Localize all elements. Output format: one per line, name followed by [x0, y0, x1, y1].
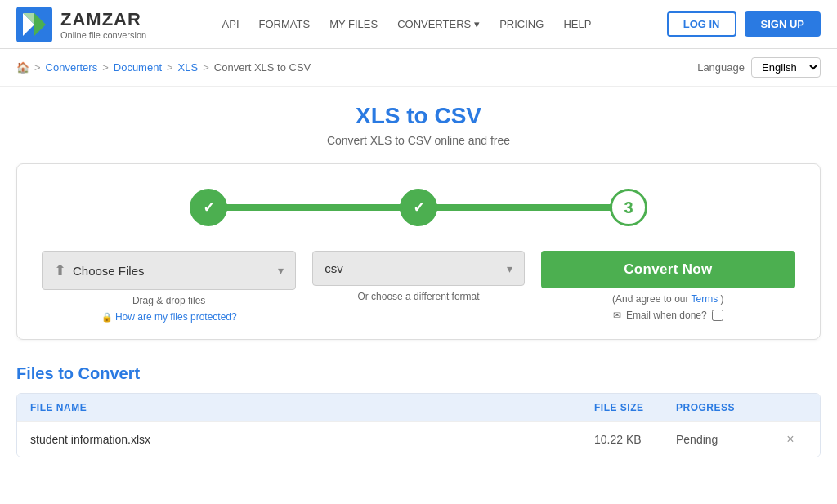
email-hint-label: Email when done?: [626, 310, 707, 321]
breadcrumb-xls[interactable]: XLS: [178, 61, 199, 74]
controls-row: ⬆ Choose Files ▾ Drag & drop files 🔒 How…: [42, 251, 795, 323]
step-1: ✓: [190, 189, 227, 226]
logo-tagline: Online file conversion: [60, 30, 146, 40]
format-dropdown-arrow: ▾: [507, 262, 512, 275]
logo-area: ZAMZAR Online file conversion: [16, 7, 146, 42]
col-filesize: FILE SIZE: [594, 402, 676, 413]
nav-help[interactable]: HELP: [563, 18, 591, 30]
choose-files-label: Choose Files: [73, 264, 145, 278]
breadcrumb-current: Convert XLS to CSV: [214, 61, 311, 74]
choose-files-inner: ⬆ Choose Files: [54, 261, 145, 279]
email-checkbox[interactable]: [712, 310, 723, 321]
progress-bar-area: ✓ ✓ 3: [42, 189, 795, 226]
convert-group: Convert Now (And agree to our Terms ) ✉ …: [541, 251, 795, 321]
col-actions: [774, 402, 807, 413]
email-hint-area: ✉ Email when done?: [613, 310, 723, 321]
nav-my-files[interactable]: MY FILES: [329, 18, 378, 30]
page-subtitle: Convert XLS to CSV online and free: [16, 134, 821, 147]
files-section: Files to Convert FILE NAME FILE SIZE PRO…: [16, 364, 821, 457]
format-label: csv: [325, 261, 343, 275]
logo-icon: [16, 7, 52, 42]
breadcrumb: 🏠 > Converters > Document > XLS > Conver…: [16, 61, 311, 74]
choose-files-button[interactable]: ⬆ Choose Files ▾: [42, 251, 296, 290]
email-icon: ✉: [613, 310, 621, 321]
lock-icon: 🔒: [101, 312, 113, 322]
main-content: XLS to CSV Convert XLS to CSV online and…: [0, 87, 837, 474]
convert-now-button[interactable]: Convert Now: [541, 251, 795, 288]
nav-pricing[interactable]: PRICING: [499, 18, 544, 30]
page-title: XLS to CSV: [16, 103, 821, 129]
choose-files-group: ⬆ Choose Files ▾ Drag & drop files 🔒 How…: [42, 251, 296, 323]
files-table-header: FILE NAME FILE SIZE PROGRESS: [17, 394, 820, 421]
signup-button[interactable]: SIGN UP: [745, 11, 821, 37]
converter-card: ✓ ✓ 3 ⬆ Choose Files ▾ Drag & drop files: [16, 163, 821, 340]
logo-text: ZAMZAR Online file conversion: [60, 9, 146, 40]
main-nav: API FORMATS MY FILES CONVERTERS ▾ PRICIN…: [222, 18, 592, 30]
protection-link[interactable]: How are my files protected?: [115, 311, 237, 323]
upload-icon: ⬆: [54, 261, 66, 279]
language-area: Language English French German Spanish: [697, 57, 821, 78]
col-progress: PROGRESS: [676, 402, 774, 413]
table-row: student information.xlsx 10.22 KB Pendin…: [17, 421, 820, 457]
files-table: FILE NAME FILE SIZE PROGRESS student inf…: [16, 393, 821, 457]
col-filename: FILE NAME: [30, 402, 594, 413]
progress-steps: ✓ ✓ 3: [190, 189, 647, 226]
files-title: Files to Convert: [16, 364, 821, 383]
nav-api[interactable]: API: [222, 18, 239, 30]
nav-converters[interactable]: CONVERTERS ▾: [397, 18, 480, 30]
breadcrumb-home[interactable]: 🏠: [16, 61, 29, 74]
file-name: student information.xlsx: [30, 433, 594, 446]
breadcrumb-bar: 🏠 > Converters > Document > XLS > Conver…: [0, 49, 837, 87]
page-title-area: XLS to CSV: [16, 103, 821, 129]
breadcrumb-sep-3: >: [203, 61, 209, 74]
choose-files-dropdown-arrow: ▾: [278, 264, 284, 277]
converters-dropdown-icon: ▾: [474, 18, 480, 30]
breadcrumb-sep-1: >: [102, 61, 109, 74]
breadcrumb-sep-2: >: [167, 61, 173, 74]
file-size: 10.22 KB: [594, 433, 676, 446]
file-remove-button[interactable]: ×: [774, 432, 807, 447]
drag-drop-hint: Drag & drop files: [132, 295, 205, 306]
breadcrumb-converters[interactable]: Converters: [46, 61, 98, 74]
protection-hint: 🔒 How are my files protected?: [101, 311, 237, 323]
format-hint: Or choose a different format: [357, 291, 479, 302]
auth-buttons: LOG IN SIGN UP: [667, 11, 821, 37]
files-title-prefix: Files to: [16, 364, 78, 382]
breadcrumb-sep-0: >: [34, 61, 41, 74]
header: ZAMZAR Online file conversion API FORMAT…: [0, 0, 837, 49]
breadcrumb-document[interactable]: Document: [114, 61, 162, 74]
logo-name: ZAMZAR: [60, 9, 146, 30]
files-title-highlight: Convert: [78, 364, 141, 382]
step-2: ✓: [400, 189, 437, 226]
nav-formats[interactable]: FORMATS: [259, 18, 311, 30]
file-progress: Pending: [676, 433, 774, 446]
login-button[interactable]: LOG IN: [667, 11, 736, 37]
terms-hint: (And agree to our Terms ): [612, 293, 724, 305]
terms-link[interactable]: Terms: [692, 293, 718, 305]
format-select-button[interactable]: csv ▾: [312, 251, 524, 286]
language-label: Language: [697, 61, 745, 74]
format-group: csv ▾ Or choose a different format: [312, 251, 524, 302]
step-3: 3: [610, 189, 647, 226]
language-select[interactable]: English French German Spanish: [751, 57, 821, 78]
